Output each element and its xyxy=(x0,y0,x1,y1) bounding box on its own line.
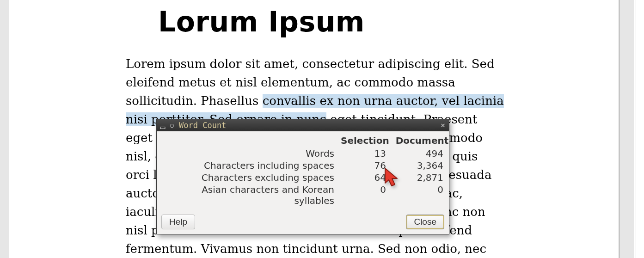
row-label: Characters excluding spaces xyxy=(163,172,341,183)
page-gutter-right xyxy=(620,0,634,258)
row-doc-value: 0 xyxy=(393,184,443,206)
row-doc-value: 2,871 xyxy=(393,172,443,183)
dialog-body: . Selection Document Words 13 494 Charac… xyxy=(157,131,449,212)
page-gutter-left xyxy=(0,0,9,258)
row-label: Words xyxy=(163,148,341,159)
row-words: Words 13 494 xyxy=(163,148,442,159)
word-count-dialog: ▭ ▢ Word Count ✕ . Selection Document Wo… xyxy=(156,119,449,234)
row-label: Characters including spaces xyxy=(163,160,341,171)
row-doc-value: 3,364 xyxy=(393,160,443,171)
dialog-buttons: Help Close xyxy=(157,212,449,234)
row-sel-value: 76 xyxy=(341,160,393,171)
table-header: . Selection Document xyxy=(163,135,442,146)
row-chars-including-spaces: Characters including spaces 76 3,364 xyxy=(163,160,442,171)
help-button[interactable]: Help xyxy=(161,215,195,229)
column-header-selection: Selection xyxy=(341,135,396,146)
close-icon[interactable]: ✕ xyxy=(440,122,446,129)
vertical-scrollbar[interactable] xyxy=(636,0,644,258)
minimize-icon[interactable]: ▭ xyxy=(159,124,166,130)
row-sel-value: 64 xyxy=(341,172,393,183)
document-title[interactable]: Lorum Ipsum xyxy=(158,6,365,38)
close-button[interactable]: Close xyxy=(406,215,444,229)
row-sel-value: 13 xyxy=(341,148,393,159)
row-chars-excluding-spaces: Characters excluding spaces 64 2,871 xyxy=(163,172,442,183)
dialog-titlebar[interactable]: ▭ ▢ Word Count ✕ xyxy=(157,119,449,131)
row-doc-value: 494 xyxy=(393,148,443,159)
maximize-icon[interactable]: ▢ xyxy=(169,122,175,129)
dialog-title: Word Count xyxy=(179,121,226,130)
document-editor: Lorum Ipsum Lorem ipsum dolor sit amet, … xyxy=(0,0,644,258)
row-sel-value: 0 xyxy=(341,184,393,206)
row-asian-chars: Asian characters and Korean syllables 0 … xyxy=(163,184,442,206)
row-label: Asian characters and Korean syllables xyxy=(163,184,341,206)
column-header-document: Document xyxy=(396,135,449,146)
